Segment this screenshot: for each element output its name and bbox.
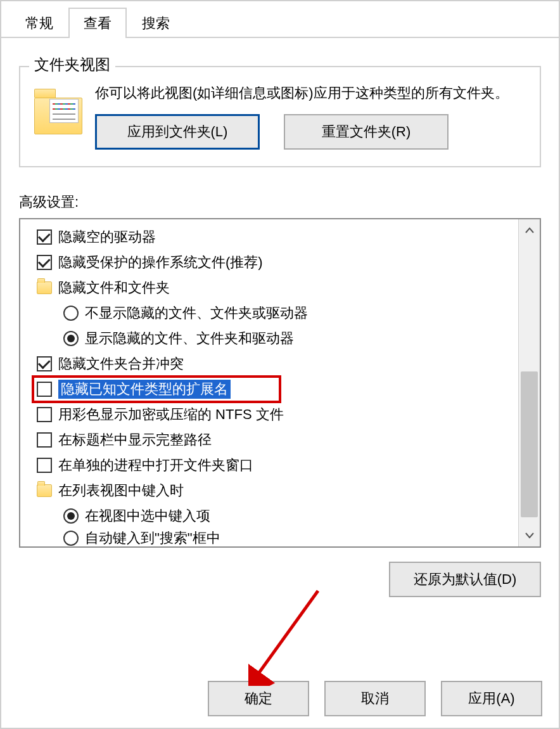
checkbox-icon[interactable]: [37, 407, 52, 422]
list-item-label: 在视图中选中键入项: [85, 506, 210, 526]
checkbox-icon[interactable]: [37, 229, 52, 245]
list-item-label: 不显示隐藏的文件、文件夹或驱动器: [85, 304, 308, 323]
list-item[interactable]: 隐藏受保护的操作系统文件(推荐): [37, 250, 513, 275]
radio-icon[interactable]: [63, 331, 79, 346]
scroll-up-icon[interactable]: [519, 219, 540, 241]
list-item[interactable]: 隐藏文件夹合并冲突: [37, 351, 513, 377]
radio-icon[interactable]: [63, 306, 79, 321]
checkbox-icon[interactable]: [37, 255, 52, 270]
list-item[interactable]: 在单独的进程中打开文件夹窗口: [37, 453, 513, 478]
radio-icon[interactable]: [63, 508, 79, 524]
checkbox-icon[interactable]: [37, 356, 52, 371]
scrollbar[interactable]: [518, 219, 540, 546]
reset-folders-button[interactable]: 重置文件夹(R): [284, 114, 449, 150]
list-item[interactable]: 隐藏已知文件类型的扩展名: [33, 377, 280, 402]
list-item-label: 在单独的进程中打开文件夹窗口: [58, 456, 253, 475]
dialog-buttons: 确定 取消 应用(A): [1, 681, 559, 716]
list-item-label: 在列表视图中键入时: [58, 481, 184, 500]
list-item-label: 隐藏已知文件类型的扩展名: [58, 380, 231, 399]
list-item[interactable]: 隐藏文件和文件夹: [37, 275, 513, 300]
list-item[interactable]: 隐藏空的驱动器: [37, 224, 513, 250]
apply-to-folders-button[interactable]: 应用到文件夹(L): [95, 114, 260, 150]
checkbox-icon[interactable]: [37, 458, 52, 473]
list-item[interactable]: 自动键入到"搜索"框中: [37, 529, 513, 546]
svg-line-0: [256, 591, 318, 677]
list-item[interactable]: 在列表视图中键入时: [37, 478, 513, 503]
tab-content-view: 文件夹视图 你可以将此视图(如详细信息或图标)应用于这种类型的所有文件夹。 应用…: [1, 38, 559, 597]
folder-icon: [37, 484, 52, 497]
list-item[interactable]: 在标题栏中显示完整路径: [37, 427, 513, 453]
folder-icon: [34, 85, 85, 134]
annotation-arrow-icon: [248, 584, 324, 686]
list-item[interactable]: 显示隐藏的文件、文件夹和驱动器: [37, 326, 513, 351]
scroll-down-icon[interactable]: [519, 525, 540, 546]
list-item-label: 隐藏受保护的操作系统文件(推荐): [58, 253, 263, 272]
folder-icon: [37, 281, 52, 294]
list-item[interactable]: 在视图中选中键入项: [37, 503, 513, 529]
checkbox-icon[interactable]: [37, 432, 52, 448]
list-item[interactable]: 用彩色显示加密或压缩的 NTFS 文件: [37, 402, 513, 427]
tab-search[interactable]: 搜索: [127, 8, 185, 38]
list-item[interactable]: 不显示隐藏的文件、文件夹或驱动器: [37, 300, 513, 326]
list-item-label: 自动键入到"搜索"框中: [85, 529, 220, 546]
restore-defaults-button[interactable]: 还原为默认值(D): [389, 562, 541, 597]
scroll-thumb[interactable]: [521, 371, 538, 517]
tab-view[interactable]: 查看: [68, 8, 127, 38]
ok-button[interactable]: 确定: [208, 681, 309, 716]
tab-strip: 常规 查看 搜索: [1, 1, 559, 38]
advanced-settings-label: 高级设置:: [19, 193, 541, 212]
list-item-label: 用彩色显示加密或压缩的 NTFS 文件: [58, 405, 284, 424]
apply-button[interactable]: 应用(A): [441, 681, 542, 716]
checkbox-icon[interactable]: [37, 382, 52, 397]
list-item-label: 隐藏文件和文件夹: [58, 278, 170, 297]
folder-view-title: 文件夹视图: [29, 55, 115, 75]
cancel-button[interactable]: 取消: [324, 681, 426, 716]
list-item-label: 在标题栏中显示完整路径: [58, 430, 212, 449]
tab-general[interactable]: 常规: [10, 8, 68, 38]
folder-view-description: 你可以将此视图(如详细信息或图标)应用于这种类型的所有文件夹。: [95, 82, 526, 104]
list-item-label: 隐藏空的驱动器: [58, 228, 156, 247]
folder-view-group: 文件夹视图 你可以将此视图(如详细信息或图标)应用于这种类型的所有文件夹。 应用…: [19, 66, 541, 167]
folder-options-dialog: 常规 查看 搜索 文件夹视图 你可以将此视图(如详细信息或图标)应用于这种类型的…: [0, 0, 560, 729]
radio-icon[interactable]: [63, 531, 79, 546]
list-item-label: 隐藏文件夹合并冲突: [58, 354, 184, 373]
list-item-label: 显示隐藏的文件、文件夹和驱动器: [85, 329, 294, 348]
advanced-settings-list[interactable]: 隐藏空的驱动器隐藏受保护的操作系统文件(推荐)隐藏文件和文件夹不显示隐藏的文件、…: [19, 218, 541, 548]
